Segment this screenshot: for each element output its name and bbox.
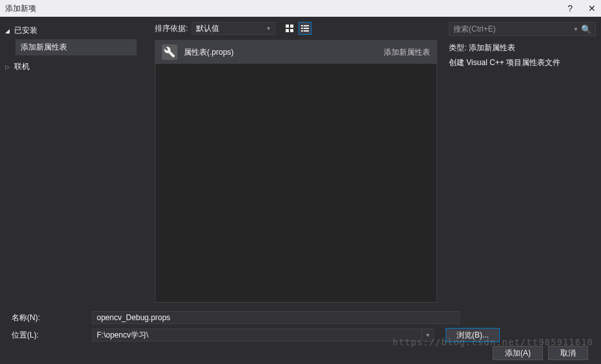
tree-online[interactable]: 联机 — [0, 59, 148, 74]
tree-label: 联机 — [14, 61, 30, 72]
location-field[interactable] — [92, 329, 422, 341]
chevron-down-icon: ▼ — [573, 26, 578, 32]
svg-rect-7 — [304, 28, 309, 29]
tree-label: 添加新属性表 — [21, 42, 67, 53]
bottom-form: 名称(N): 位置(L): ▼ 浏览(B)... 添加(A) 取消 — [0, 306, 601, 364]
name-field[interactable] — [92, 311, 460, 324]
sort-label: 排序依据: — [155, 23, 188, 34]
sort-dropdown[interactable]: 默认值 ▼ — [192, 22, 275, 35]
search-input[interactable] — [453, 24, 573, 34]
sidebar: 已安装 添加新属性表 联机 — [0, 17, 148, 308]
sort-toolbar: 排序依据: 默认值 ▼ — [155, 22, 437, 35]
search-icon[interactable]: 🔍 — [581, 24, 591, 34]
search-box[interactable]: ▼ 🔍 — [449, 22, 596, 36]
location-dropdown[interactable]: ▼ — [422, 329, 434, 341]
main-area: 已安装 添加新属性表 联机 排序依据: 默认值 ▼ — [0, 17, 601, 308]
svg-rect-9 — [304, 30, 309, 32]
svg-rect-4 — [301, 25, 303, 26]
view-grid-icon[interactable] — [283, 22, 296, 35]
add-button[interactable]: 添加(A) — [493, 346, 543, 360]
template-type: 添加新属性表 — [384, 47, 430, 58]
help-icon[interactable]: ? — [567, 3, 573, 14]
view-list-icon[interactable] — [299, 22, 311, 35]
chevron-right-icon — [5, 64, 12, 70]
action-row: 添加(A) 取消 — [12, 346, 589, 360]
tree-installed[interactable]: 已安装 — [0, 23, 148, 38]
info-type-value: 添加新属性表 — [469, 43, 515, 52]
svg-rect-8 — [301, 30, 303, 32]
right-panel: ▼ 🔍 类型: 添加新属性表 创建 Visual C++ 项目属性表文件 — [444, 17, 601, 308]
svg-rect-6 — [301, 28, 303, 29]
sort-value: 默认值 — [196, 23, 219, 34]
cancel-button[interactable]: 取消 — [548, 346, 588, 360]
template-list: 属性表(.props) 添加新属性表 — [155, 40, 437, 303]
browse-button[interactable]: 浏览(B)... — [446, 328, 500, 342]
titlebar: 添加新项 ? ✕ — [0, 0, 601, 17]
name-row: 名称(N): — [12, 311, 589, 324]
info-type: 类型: 添加新属性表 — [449, 43, 596, 53]
center-panel: 排序依据: 默认值 ▼ 属性表(.props) 添加新属性表 — [148, 17, 444, 308]
info-desc: 创建 Visual C++ 项目属性表文件 — [449, 57, 596, 68]
window-title: 添加新项 — [5, 3, 36, 14]
wrench-icon — [162, 44, 177, 60]
svg-rect-1 — [290, 24, 293, 28]
template-name: 属性表(.props) — [184, 47, 377, 58]
tree-label: 已安装 — [14, 25, 37, 36]
svg-rect-3 — [290, 29, 293, 32]
chevron-down-icon: ▼ — [266, 26, 271, 32]
location-row: 位置(L): ▼ 浏览(B)... — [12, 328, 589, 342]
location-label: 位置(L): — [12, 330, 92, 341]
info-type-label: 类型: — [449, 43, 466, 52]
tree-propsheet[interactable]: 添加新属性表 — [15, 39, 137, 55]
close-icon[interactable]: ✕ — [588, 3, 596, 14]
svg-rect-5 — [304, 25, 309, 26]
template-item[interactable]: 属性表(.props) 添加新属性表 — [155, 41, 437, 64]
svg-rect-2 — [286, 29, 289, 32]
name-label: 名称(N): — [12, 312, 92, 323]
svg-rect-0 — [286, 24, 289, 28]
chevron-down-icon — [5, 28, 12, 34]
